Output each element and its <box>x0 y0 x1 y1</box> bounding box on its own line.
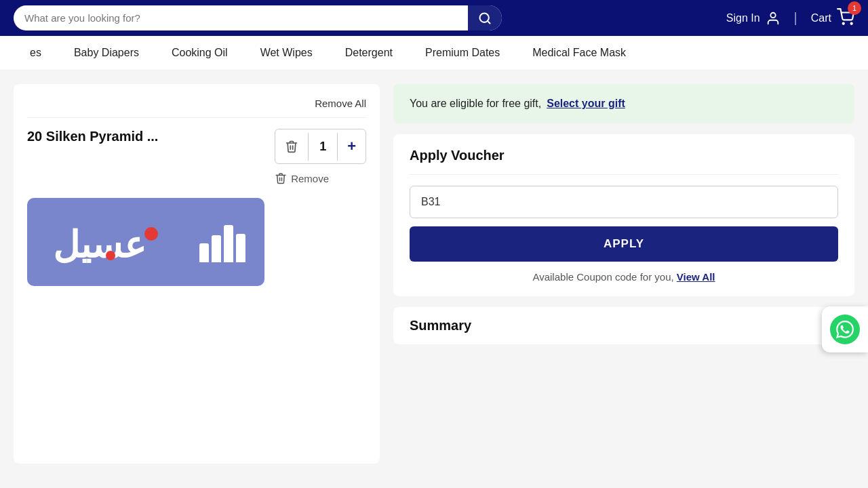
cart-label: Cart <box>811 12 831 24</box>
svg-point-7 <box>106 251 115 260</box>
bar-2 <box>212 235 221 262</box>
main-content: Remove All 20 Silken Pyramid ... 1 + <box>0 70 868 477</box>
nav-item-premium-dates[interactable]: Premium Dates <box>409 36 516 70</box>
coupon-text: Available Coupon code for you, View All <box>410 271 838 283</box>
cart-count: 1 <box>848 1 861 15</box>
left-panel: Remove All 20 Silken Pyramid ... 1 + <box>14 84 380 464</box>
quantity-plus-button[interactable]: + <box>338 131 366 162</box>
remove-trash-icon <box>275 172 287 184</box>
svg-point-2 <box>770 12 775 17</box>
whatsapp-icon <box>830 314 860 344</box>
header-divider: | <box>794 10 797 26</box>
search-icon <box>478 12 492 25</box>
svg-line-1 <box>488 20 490 23</box>
quantity-controls: 1 + <box>275 129 366 164</box>
svg-point-6 <box>144 227 158 241</box>
summary-section: Summary <box>393 307 854 344</box>
brand-logo: ﻋﺴﻴﻞ <box>46 214 195 268</box>
product-image: ﻋﺴﻴﻞ <box>27 198 264 286</box>
header-right: Sign In | Cart 1 <box>726 8 854 28</box>
bar-4 <box>236 234 245 262</box>
bar-3 <box>224 225 233 262</box>
whatsapp-svg <box>836 321 854 338</box>
nav-item-detergent[interactable]: Detergent <box>329 36 409 70</box>
nav-bar: es Baby Diapers Cooking Oil Wet Wipes De… <box>0 36 868 70</box>
free-gift-banner: You are eligible for free gift, Select y… <box>393 84 854 123</box>
coupon-available-text: Available Coupon code for you, <box>532 271 673 283</box>
nav-item-medical-face-mask[interactable]: Medical Face Mask <box>516 36 642 70</box>
svg-point-4 <box>851 22 852 24</box>
header: Sign In | Cart 1 <box>0 0 868 36</box>
trash-icon <box>285 140 298 153</box>
remove-all-button[interactable]: Remove All <box>315 98 366 109</box>
right-panel: You are eligible for free gift, Select y… <box>393 84 854 464</box>
quantity-delete-button[interactable] <box>275 133 308 160</box>
nav-item-cooking-oil[interactable]: Cooking Oil <box>155 36 244 70</box>
summary-title: Summary <box>410 318 838 333</box>
remove-item-button[interactable]: Remove <box>275 172 329 184</box>
svg-point-3 <box>843 22 844 24</box>
remove-all-row: Remove All <box>27 98 366 118</box>
cart-button[interactable]: Cart 1 <box>811 8 854 28</box>
voucher-input[interactable] <box>410 186 838 218</box>
quantity-value: 1 <box>308 133 338 161</box>
bar-chart <box>199 222 245 262</box>
product-row: 20 Silken Pyramid ... 1 + <box>27 129 366 184</box>
whatsapp-button[interactable] <box>822 306 868 352</box>
logo-area: ﻋﺴﻴﻞ <box>46 214 245 270</box>
nav-item-wet-wipes[interactable]: Wet Wipes <box>244 36 329 70</box>
select-gift-link[interactable]: Select your gift <box>547 98 625 110</box>
voucher-title: Apply Voucher <box>410 148 838 175</box>
bar-1 <box>199 243 209 262</box>
sign-in-label: Sign In <box>726 12 760 24</box>
apply-button[interactable]: APPLY <box>410 226 838 262</box>
voucher-section: Apply Voucher APPLY Available Coupon cod… <box>393 134 854 296</box>
search-button[interactable] <box>468 5 502 30</box>
svg-text:ﻋﺴﻴﻞ: ﻋﺴﻴﻞ <box>53 225 146 266</box>
nav-item-baby-diapers[interactable]: Baby Diapers <box>58 36 155 70</box>
free-gift-text: You are eligible for free gift, <box>410 98 541 110</box>
remove-item-label: Remove <box>291 173 329 184</box>
nav-item-0[interactable]: es <box>14 36 58 70</box>
search-bar <box>14 5 502 30</box>
sign-in-button[interactable]: Sign In <box>726 11 781 26</box>
view-all-link[interactable]: View All <box>677 271 715 283</box>
search-input[interactable] <box>14 5 502 30</box>
user-icon <box>766 11 781 26</box>
product-name: 20 Silken Pyramid ... <box>27 129 264 144</box>
